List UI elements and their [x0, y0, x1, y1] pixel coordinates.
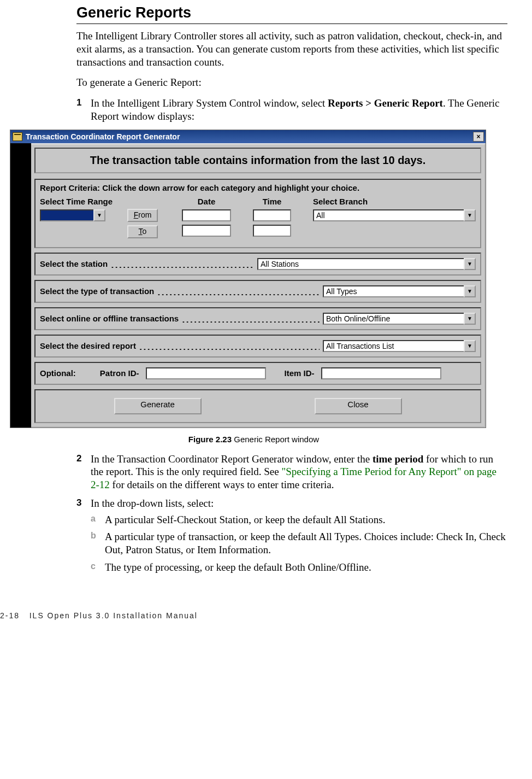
intro-paragraph: The Intelligent Library Controller store… — [76, 30, 507, 68]
branch-combo[interactable]: All — [313, 209, 476, 221]
window-titlebar[interactable]: Transaction Coordinator Report Generator… — [10, 130, 486, 143]
txn-type-value: All Types — [323, 285, 464, 297]
info-banner: The transaction table contains informati… — [34, 148, 481, 173]
lead-in: To generate a Generic Report: — [76, 76, 507, 89]
time-range-value — [40, 209, 93, 221]
station-combo[interactable]: All Stations — [257, 258, 476, 270]
figure-text: Generic Report window — [232, 435, 319, 444]
substep-a: a A particular Self-Checkout Station, or… — [91, 513, 507, 526]
from-button[interactable]: From — [127, 209, 158, 222]
to-time-input[interactable] — [253, 225, 291, 237]
window-close-button[interactable]: × — [473, 132, 484, 142]
step3-text: In the drop-down lists, select: — [91, 497, 214, 509]
txn-type-combo[interactable]: All Types — [323, 285, 476, 297]
item-id-label: Item ID- — [285, 368, 315, 378]
step-3: 3 In the drop-down lists, select: a A pa… — [76, 497, 507, 578]
time-range-label: Select Time Range — [40, 197, 105, 206]
online-value: Both Online/Offline — [323, 313, 464, 325]
book-title: ILS Open Plus 3.0 Installation Manual — [29, 611, 198, 620]
chevron-down-icon[interactable] — [464, 340, 476, 352]
button-bar: Generate Close — [34, 389, 481, 423]
window-icon — [13, 132, 22, 141]
substep-b: b A particular type of transaction, or k… — [91, 530, 507, 557]
chevron-down-icon[interactable] — [464, 258, 476, 270]
step1-menu-path: Reports > Generic Report — [328, 97, 443, 109]
optional-label: Optional: — [40, 368, 76, 378]
online-label: Select online or offline transactions — [40, 314, 179, 323]
time-range-combo[interactable] — [40, 209, 105, 221]
online-combo[interactable]: Both Online/Offline — [323, 313, 476, 325]
station-panel: Select the station All Stations — [34, 253, 481, 276]
window-dark-sidebar — [10, 143, 31, 427]
figure-label: Figure 2.23 — [188, 435, 232, 444]
step2-pre: In the Transaction Coordinator Report Ge… — [91, 453, 373, 465]
chevron-down-icon[interactable] — [93, 209, 105, 221]
window-title: Transaction Coordinator Report Generator — [26, 132, 180, 141]
chevron-down-icon[interactable] — [464, 209, 476, 221]
dot-leader — [111, 260, 254, 268]
date-label: Date — [182, 197, 231, 206]
time-label: Time — [253, 197, 291, 206]
branch-label: Select Branch — [313, 197, 476, 206]
close-icon: × — [476, 133, 480, 140]
sub-body: The type of processing, or keep the defa… — [105, 561, 507, 574]
to-button[interactable]: To — [127, 225, 158, 238]
sub-body: A particular type of transaction, or kee… — [105, 530, 507, 557]
chevron-down-icon[interactable] — [464, 313, 476, 325]
dot-leader — [157, 288, 320, 295]
step-body: In the drop-down lists, select: a A part… — [91, 497, 507, 578]
from-time-input[interactable] — [253, 209, 291, 221]
page-footer: 2-18 ILS Open Plus 3.0 Installation Manu… — [0, 611, 507, 620]
criteria-heading: Report Criteria: Click the down arrow fo… — [40, 183, 476, 192]
generate-button[interactable]: Generate — [114, 398, 202, 414]
step-number: 3 — [76, 497, 91, 578]
to-label-rest: o — [143, 227, 147, 236]
txn-type-label: Select the type of transaction — [40, 286, 154, 296]
station-value: All Stations — [257, 258, 464, 270]
report-panel: Select the desired report All Transactio… — [34, 335, 481, 358]
step2-post: for details on the different ways to ent… — [110, 479, 334, 490]
title-rule — [76, 24, 507, 24]
report-generator-window: Transaction Coordinator Report Generator… — [10, 130, 486, 428]
branch-value: All — [313, 209, 464, 221]
report-value: All Transactions List — [323, 340, 464, 352]
online-panel: Select online or offline transactions Bo… — [34, 307, 481, 330]
step-1: 1 In the Intelligent Library System Cont… — [76, 97, 507, 123]
substep-c: c The type of processing, or keep the de… — [91, 561, 507, 574]
criteria-panel: Report Criteria: Click the down arrow fo… — [34, 179, 481, 248]
chevron-down-icon[interactable] — [464, 285, 476, 297]
station-label: Select the station — [40, 259, 108, 268]
step-number: 2 — [76, 453, 91, 491]
patron-id-label: Patron ID- — [100, 368, 139, 378]
step-body: In the Transaction Coordinator Report Ge… — [91, 453, 507, 491]
step-body: In the Intelligent Library System Contro… — [91, 97, 507, 123]
figure-caption: Figure 2.23 Generic Report window — [0, 435, 507, 444]
page-number: 2-18 — [0, 611, 20, 620]
close-button[interactable]: Close — [315, 398, 402, 414]
from-date-input[interactable] — [182, 209, 231, 221]
to-date-input[interactable] — [182, 225, 231, 237]
step-2: 2 In the Transaction Coordinator Report … — [76, 453, 507, 491]
dot-leader — [139, 342, 320, 350]
step1-pre: In the Intelligent Library System Contro… — [91, 97, 328, 109]
page-title: Generic Reports — [76, 4, 507, 21]
optional-panel: Optional: Patron ID- Item ID- — [34, 362, 481, 385]
dot-leader — [182, 315, 320, 323]
txn-type-panel: Select the type of transaction All Types — [34, 280, 481, 303]
item-id-input[interactable] — [321, 367, 441, 379]
sub-letter: c — [91, 561, 105, 574]
sub-letter: b — [91, 530, 105, 557]
report-combo[interactable]: All Transactions List — [323, 340, 476, 352]
step2-bold: time period — [373, 453, 423, 465]
step-number: 1 — [76, 97, 91, 123]
from-label-rest: rom — [138, 210, 151, 219]
report-label: Select the desired report — [40, 341, 136, 350]
sub-body: A particular Self-Checkout Station, or k… — [105, 513, 507, 526]
patron-id-input[interactable] — [146, 367, 266, 379]
sub-letter: a — [91, 513, 105, 526]
